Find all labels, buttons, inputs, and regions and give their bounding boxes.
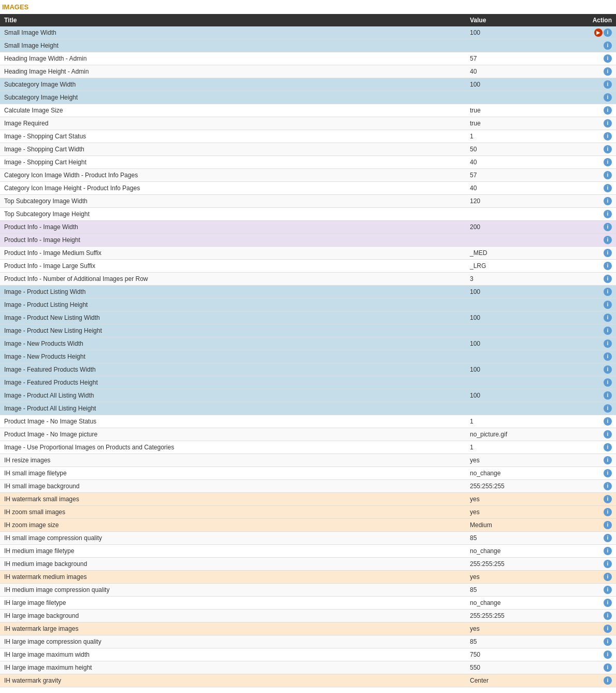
row-title: Product Info - Image Medium Suffix [0, 247, 466, 260]
row-title: Image - Featured Products Width [0, 363, 466, 376]
info-icon[interactable]: i [604, 352, 612, 361]
row-action: i [585, 156, 616, 169]
info-icon[interactable]: i [604, 106, 612, 115]
info-icon[interactable]: i [604, 119, 612, 128]
row-action: i [585, 415, 616, 428]
info-icon[interactable]: i [604, 650, 612, 659]
row-value: 255:255:255 [466, 558, 585, 571]
row-value [466, 324, 585, 337]
info-icon[interactable]: i [604, 314, 612, 322]
info-icon[interactable]: i [604, 391, 612, 400]
row-value: true [466, 104, 585, 117]
row-action: i [585, 312, 616, 324]
info-icon[interactable]: i [604, 378, 612, 387]
info-icon[interactable]: i [604, 625, 612, 633]
row-action: i [585, 52, 616, 65]
info-icon[interactable]: i [604, 80, 612, 89]
info-icon[interactable]: i [604, 586, 612, 594]
table-row: Product Image - No Image Status1i [0, 415, 616, 428]
info-icon[interactable]: i [604, 145, 612, 153]
info-icon[interactable]: i [604, 573, 612, 581]
table-row: Heading Image Height - Admin40i [0, 65, 616, 78]
row-value: 40 [466, 65, 585, 78]
info-icon[interactable]: i [604, 443, 612, 451]
row-action: i [585, 260, 616, 273]
info-icon[interactable]: i [604, 249, 612, 257]
edit-icon[interactable]: ▶ [594, 29, 603, 37]
info-icon[interactable]: i [604, 210, 612, 218]
table-row: Product Info - Image Medium Suffix_MEDi [0, 247, 616, 260]
info-icon[interactable]: i [604, 262, 612, 270]
info-icon[interactable]: i [604, 29, 612, 37]
info-icon[interactable]: i [604, 404, 612, 413]
table-row: Image - Product All Listing Heighti [0, 402, 616, 415]
table-row: Product Info - Image Heighti [0, 234, 616, 247]
info-icon[interactable]: i [604, 663, 612, 672]
row-title: IH small image background [0, 480, 466, 493]
info-icon[interactable]: i [604, 495, 612, 503]
info-icon[interactable]: i [604, 417, 612, 426]
table-row: Image - New Products Heighti [0, 350, 616, 363]
info-icon[interactable]: i [604, 236, 612, 244]
info-icon[interactable]: i [604, 223, 612, 231]
info-icon[interactable]: i [604, 547, 612, 555]
table-row: Image - Product Listing Width100i [0, 286, 616, 299]
info-icon[interactable]: i [604, 275, 612, 283]
table-row: Category Icon Image Height - Product Inf… [0, 182, 616, 195]
row-title: Image - Shopping Cart Width [0, 143, 466, 156]
info-icon[interactable]: i [604, 365, 612, 374]
info-icon[interactable]: i [604, 534, 612, 542]
row-title: Product Info - Image Large Suffix [0, 260, 466, 273]
info-icon[interactable]: i [604, 184, 612, 192]
row-title: IH medium image background [0, 558, 466, 571]
row-title: Image - Product New Listing Height [0, 324, 466, 337]
row-title: IH large image maximum width [0, 648, 466, 661]
row-action: i [585, 247, 616, 260]
info-icon[interactable]: i [604, 340, 612, 348]
row-value: 200 [466, 221, 585, 234]
row-value: no_change [466, 597, 585, 610]
info-icon[interactable]: i [604, 301, 612, 309]
info-icon[interactable]: i [604, 132, 612, 140]
row-value [466, 376, 585, 389]
info-icon[interactable]: i [604, 197, 612, 205]
row-title: Image - New Products Height [0, 350, 466, 363]
row-title: Image - Shopping Cart Height [0, 156, 466, 169]
row-action: i [585, 441, 616, 454]
info-icon[interactable]: i [604, 430, 612, 439]
row-title: Product Info - Number of Additional Imag… [0, 273, 466, 286]
info-icon[interactable]: i [604, 521, 612, 529]
row-value: Medium [466, 519, 585, 532]
row-action: i [585, 324, 616, 337]
row-action: i [585, 480, 616, 493]
row-title: Small Image Width [0, 26, 466, 39]
info-icon[interactable]: i [604, 508, 612, 516]
row-action: i [585, 221, 616, 234]
info-icon[interactable]: i [604, 676, 612, 685]
info-icon[interactable]: i [604, 41, 612, 50]
row-value: 100 [466, 312, 585, 324]
row-action: i [585, 299, 616, 312]
info-icon[interactable]: i [604, 171, 612, 179]
section-title: Images [0, 0, 616, 14]
info-icon[interactable]: i [604, 482, 612, 490]
info-icon[interactable]: i [604, 456, 612, 464]
info-icon[interactable]: i [604, 67, 612, 76]
info-icon[interactable]: i [604, 599, 612, 607]
row-title: Image - Featured Products Height [0, 376, 466, 389]
row-action: i [585, 39, 616, 52]
row-title: IH watermark small images [0, 493, 466, 506]
info-icon[interactable]: i [604, 93, 612, 102]
info-icon[interactable]: i [604, 612, 612, 620]
info-icon[interactable]: i [604, 54, 612, 63]
info-icon[interactable]: i [604, 469, 612, 477]
info-icon[interactable]: i [604, 327, 612, 335]
row-value: no_change [466, 545, 585, 558]
row-action: i [585, 337, 616, 350]
info-icon[interactable]: i [604, 288, 612, 296]
row-action: i [585, 674, 616, 687]
info-icon[interactable]: i [604, 158, 612, 166]
info-icon[interactable]: i [604, 560, 612, 568]
row-action: i [585, 610, 616, 623]
info-icon[interactable]: i [604, 638, 612, 646]
